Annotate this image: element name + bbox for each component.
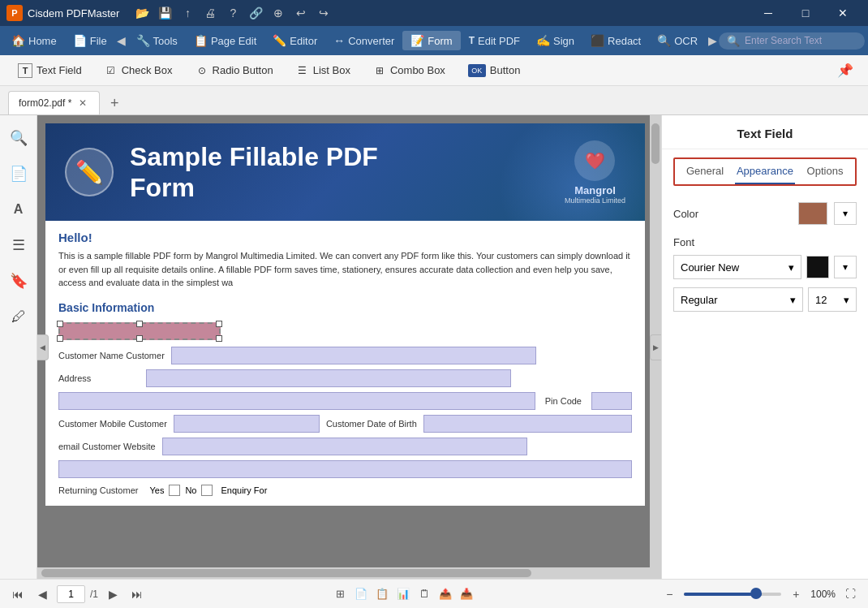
- tab-add-btn[interactable]: +: [103, 92, 126, 114]
- font-size-select[interactable]: 12 ▾: [808, 287, 857, 312]
- handle-tm[interactable]: [136, 321, 143, 327]
- form-toolbar: T Text Field ☑ Check Box ⊙ Radio Button …: [0, 55, 868, 86]
- export-3-btn[interactable]: 📊: [393, 584, 413, 604]
- link-btn[interactable]: 🔗: [246, 3, 265, 23]
- text-field-tool[interactable]: T Text Field: [8, 59, 92, 82]
- export-5-btn[interactable]: 📤: [436, 584, 455, 604]
- tab-form02[interactable]: form02.pdf * ✕: [8, 91, 100, 114]
- no-checkbox[interactable]: [201, 485, 213, 496]
- export-6-btn[interactable]: 📥: [457, 584, 476, 604]
- export-1-btn[interactable]: 📄: [351, 584, 371, 604]
- close-btn[interactable]: ✕: [824, 0, 862, 26]
- horizontal-scrollbar[interactable]: [37, 567, 650, 579]
- maximize-btn[interactable]: □: [787, 0, 824, 26]
- pdf-body: Hello! This is a sample fillable PDF for…: [45, 221, 645, 506]
- menu-home[interactable]: 🏠 Home: [3, 31, 65, 50]
- font-color-dropdown-btn[interactable]: ▾: [834, 256, 857, 278]
- menu-bar: 🏠 Home 📄 File ◀ 🔧 Tools 📋 Page Edit ✏️ E…: [0, 26, 868, 55]
- page-number-input[interactable]: [57, 585, 85, 603]
- menu-redact[interactable]: ⬛ Redact: [582, 31, 649, 50]
- save-layout-btn[interactable]: ⊞: [330, 584, 350, 604]
- font-name-select[interactable]: Courier New ▾: [673, 255, 801, 279]
- pincode-input[interactable]: [591, 392, 632, 410]
- h-scrollbar-thumb[interactable]: [41, 569, 531, 577]
- first-page-btn[interactable]: ⏮: [8, 584, 28, 604]
- color-dropdown-btn[interactable]: ▾: [834, 202, 857, 225]
- color-swatch[interactable]: [798, 202, 827, 225]
- menu-tools[interactable]: 🔧 Tools: [128, 31, 186, 50]
- last-page-btn[interactable]: ⏭: [127, 584, 147, 604]
- sidebar-toc-btn[interactable]: ☰: [4, 231, 33, 260]
- handle-tl[interactable]: [57, 321, 63, 327]
- dob-input[interactable]: [423, 415, 632, 433]
- menu-sign[interactable]: ✍️ Sign: [528, 31, 582, 50]
- email-input[interactable]: [162, 438, 527, 455]
- collapse-right-handle[interactable]: ▶: [650, 334, 661, 360]
- search-input[interactable]: [745, 35, 858, 46]
- tab-general[interactable]: General: [675, 159, 735, 184]
- undo-btn[interactable]: ↩: [291, 3, 311, 23]
- customer-name-row: Customer Name Customer: [58, 347, 632, 364]
- tab-appearance[interactable]: Appearance: [735, 159, 795, 184]
- sidebar-stamps-btn[interactable]: 🖊: [4, 302, 33, 331]
- font-name-row: Courier New ▾ ▾: [673, 255, 857, 279]
- minimize-btn[interactable]: ─: [750, 0, 787, 26]
- font-color-swatch[interactable]: [806, 256, 829, 278]
- menu-file[interactable]: 📄 File: [65, 31, 115, 50]
- check-box-tool[interactable]: ☑ Check Box: [95, 60, 183, 81]
- menu-ocr[interactable]: 🔍 OCR: [649, 31, 706, 50]
- redo-btn[interactable]: ↪: [314, 3, 333, 23]
- addr-detail-input[interactable]: [58, 392, 535, 410]
- help-btn[interactable]: ?: [223, 3, 243, 23]
- open-file-btn[interactable]: 📂: [132, 3, 152, 23]
- selected-text-field[interactable]: [58, 322, 221, 340]
- yes-checkbox[interactable]: [169, 485, 180, 496]
- zoom-out-btn[interactable]: −: [660, 584, 679, 604]
- zoom-in-btn[interactable]: +: [786, 584, 806, 604]
- export-2-btn[interactable]: 📋: [372, 584, 392, 604]
- collapse-left-handle[interactable]: ◀: [37, 334, 49, 360]
- zoom-slider-thumb[interactable]: [750, 588, 762, 599]
- fullscreen-btn[interactable]: ⛶: [840, 584, 860, 604]
- radio-button-tool[interactable]: ⊙ Radio Button: [186, 60, 283, 81]
- tab-options[interactable]: Options: [795, 159, 855, 184]
- scrollbar-thumb[interactable]: [651, 123, 660, 164]
- pdf-banner-title: Sample Fillable PDF Form: [130, 141, 378, 204]
- handle-bl[interactable]: [57, 335, 63, 342]
- next-page-btn[interactable]: ▶: [103, 584, 122, 604]
- share-btn[interactable]: ↑: [178, 3, 197, 23]
- list-box-tool[interactable]: ☰ List Box: [286, 60, 360, 81]
- combo-box-tool[interactable]: ⊞ Combo Box: [363, 60, 455, 81]
- sidebar-search-btn[interactable]: 🔍: [4, 123, 33, 153]
- menu-editor[interactable]: ✏️ Editor: [264, 31, 325, 50]
- sidebar-text-btn[interactable]: A: [4, 195, 33, 224]
- handle-tr[interactable]: [216, 321, 222, 327]
- mobile-input[interactable]: [174, 415, 320, 433]
- menu-page-edit[interactable]: 📋 Page Edit: [186, 31, 264, 50]
- search-box[interactable]: 🔍: [719, 32, 865, 50]
- sidebar-pages-btn[interactable]: 📄: [4, 159, 33, 188]
- font-style-select[interactable]: Regular ▾: [673, 287, 803, 312]
- zoom-slider[interactable]: [684, 593, 781, 596]
- print-btn[interactable]: 🖨: [200, 3, 220, 23]
- menu-form[interactable]: 📝 Form: [402, 31, 460, 50]
- address-input[interactable]: [146, 369, 511, 387]
- tab-close-btn[interactable]: ✕: [76, 97, 89, 110]
- sidebar-bookmarks-btn[interactable]: 🔖: [4, 266, 33, 295]
- save-btn[interactable]: 💾: [155, 3, 174, 23]
- nav-forward-btn[interactable]: ▶: [706, 31, 719, 50]
- handle-br[interactable]: [216, 335, 222, 342]
- menu-converter[interactable]: ↔️ Converter: [325, 31, 402, 50]
- menu-edit-pdf[interactable]: T Edit PDF: [461, 32, 528, 50]
- button-tool[interactable]: OK Button: [458, 60, 531, 81]
- form-icon: 📝: [410, 34, 424, 47]
- customer-name-input[interactable]: [171, 347, 536, 364]
- export-4-btn[interactable]: 🗒: [415, 584, 434, 604]
- nav-back-btn[interactable]: ◀: [115, 31, 128, 50]
- website-input[interactable]: [58, 460, 632, 478]
- prev-page-btn[interactable]: ◀: [32, 584, 52, 604]
- target-btn[interactable]: ⊕: [269, 3, 288, 23]
- pin-toolbar-btn[interactable]: 📌: [831, 59, 860, 81]
- handle-bm[interactable]: [136, 335, 143, 342]
- check-box-icon: ☑: [105, 64, 118, 77]
